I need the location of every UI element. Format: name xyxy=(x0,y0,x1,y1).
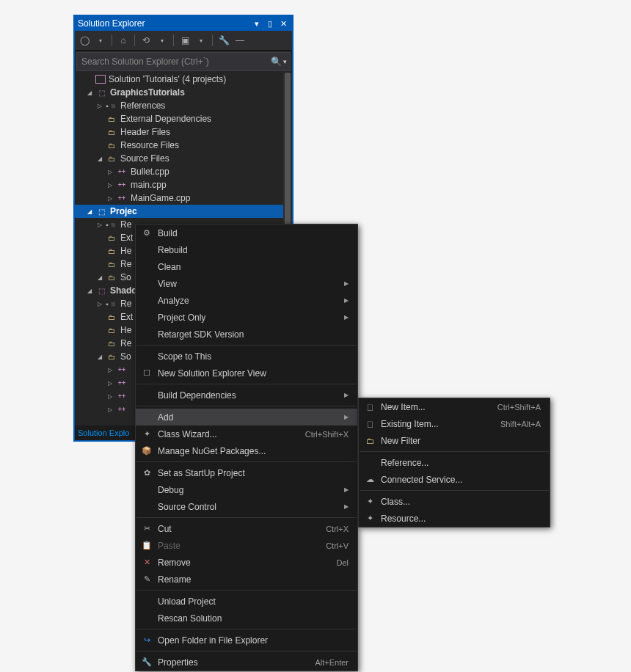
tree-row[interactable]: ◢🗀Source Files xyxy=(75,152,292,165)
menu-unload[interactable]: Unload Project xyxy=(136,593,357,610)
back-dd-icon[interactable]: ▾ xyxy=(94,34,107,47)
open-folder-icon: ↪ xyxy=(136,633,158,648)
menu-build-deps[interactable]: Build Dependencies▶ xyxy=(136,387,357,403)
menu-debug[interactable]: Debug▶ xyxy=(136,481,357,498)
resource-icon: ✦ xyxy=(359,511,381,526)
close-icon[interactable]: ✕ xyxy=(277,18,289,29)
solution-icon xyxy=(95,75,106,84)
panel-title-bar: Solution Explorer ▾ ▯ ✕ xyxy=(75,16,292,31)
menu-rescan[interactable]: Rescan Solution xyxy=(136,610,357,627)
pin-icon[interactable]: ▯ xyxy=(264,18,276,29)
toolbar: ◯ ▾ ⌂ ⟲ ▾ ▣ ▾ 🔧 — xyxy=(75,31,292,51)
tree-row[interactable]: ▷🗀Resource Files xyxy=(75,139,292,152)
menu-project-only[interactable]: Project Only▶ xyxy=(136,309,357,326)
back-icon[interactable]: ◯ xyxy=(78,34,91,47)
menu-retarget[interactable]: Retarget SDK Version xyxy=(136,326,357,343)
preview-icon[interactable]: — xyxy=(233,34,247,47)
menu-open-folder[interactable]: ↪Open Folder in File Explorer xyxy=(136,632,357,649)
properties-icon[interactable]: 🔧 xyxy=(217,34,230,47)
wrench-icon: 🔧 xyxy=(136,655,158,670)
menu-separator xyxy=(136,651,357,651)
submenu-new-item[interactable]: ⎕New Item...Ctrl+Shift+A xyxy=(359,398,550,415)
folder-icon: 🗀 xyxy=(106,113,117,125)
menu-properties[interactable]: 🔧PropertiesAlt+Enter xyxy=(136,654,357,671)
menu-separator xyxy=(136,517,357,518)
references-icon: ▪◾ xyxy=(106,219,117,230)
tree-row-project[interactable]: ◢ ⬚ GraphicsTutorials xyxy=(75,86,292,99)
project-icon: ⬚ xyxy=(95,87,107,98)
menu-new-view[interactable]: ☐New Solution Explorer View xyxy=(136,365,357,381)
menu-separator xyxy=(360,490,549,491)
submenu-arrow-icon: ▶ xyxy=(344,486,349,493)
folder-icon: 🗀 xyxy=(106,258,117,270)
tree-row-project-selected[interactable]: ◢ ⬚ Projec xyxy=(75,205,292,218)
dropdown-icon[interactable]: ▾ xyxy=(251,18,263,29)
search-dd-icon[interactable]: ▾ xyxy=(283,58,287,65)
submenu-existing-item[interactable]: ⎕Existing Item...Shift+Alt+A xyxy=(359,415,550,432)
menu-separator xyxy=(136,345,357,346)
references-icon: ▪◾ xyxy=(106,298,117,310)
tree-label: Projec xyxy=(110,206,137,216)
menu-nuget[interactable]: 📦Manage NuGet Packages... xyxy=(136,442,357,459)
menu-startup[interactable]: ✿Set as StartUp Project xyxy=(136,464,357,481)
tree-row[interactable]: ▷🗀External Dependencies xyxy=(75,112,292,125)
build-icon: ⚙ xyxy=(136,226,158,241)
show-all-dd-icon[interactable]: ▾ xyxy=(194,34,208,47)
tree-row-file[interactable]: ▷++main.cpp xyxy=(75,178,292,191)
folder-icon: 🗀 xyxy=(106,139,117,151)
search-input[interactable] xyxy=(80,56,271,67)
tree-row-file[interactable]: ▷++Bullet.cpp xyxy=(75,165,292,178)
menu-analyze[interactable]: Analyze▶ xyxy=(136,292,357,309)
separator xyxy=(112,34,112,46)
cpp-icon: ++ xyxy=(116,166,128,178)
tree-row-solution[interactable]: ▷ Solution 'Tutorials' (4 projects) xyxy=(75,73,292,86)
submenu-connected-service[interactable]: ☁Connected Service... xyxy=(359,471,550,488)
connected-icon: ☁ xyxy=(359,472,381,487)
sync-dd-icon[interactable]: ▾ xyxy=(156,34,169,47)
submenu-reference[interactable]: Reference... xyxy=(359,454,550,471)
remove-icon: ✕ xyxy=(136,555,158,570)
menu-scope[interactable]: Scope to This xyxy=(136,348,357,365)
project-icon: ⬚ xyxy=(95,285,107,296)
submenu-class[interactable]: ✦Class... xyxy=(359,493,550,510)
menu-cut[interactable]: ✂CutCtrl+X xyxy=(136,520,357,537)
tree-label: Shado xyxy=(110,285,137,296)
submenu-arrow-icon: ▶ xyxy=(344,414,349,420)
cut-icon: ✂ xyxy=(136,522,158,536)
search-box[interactable]: 🔍 ▾ xyxy=(76,52,291,71)
submenu-arrow-icon: ▶ xyxy=(344,280,349,287)
cpp-icon: ++ xyxy=(116,192,128,204)
expand-icon[interactable]: ◢ xyxy=(85,88,94,97)
menu-class-wizard[interactable]: ✦Class Wizard...Ctrl+Shift+X xyxy=(136,426,357,442)
cpp-icon: ++ xyxy=(116,179,128,191)
menu-clean[interactable]: Clean xyxy=(136,258,357,275)
menu-rename[interactable]: ✎Rename xyxy=(136,571,357,588)
tree-row-file[interactable]: ▷++MainGame.cpp xyxy=(75,191,292,205)
show-all-icon[interactable]: ▣ xyxy=(178,34,192,47)
menu-build[interactable]: ⚙Build xyxy=(136,224,357,241)
separator xyxy=(212,34,213,46)
home-icon[interactable]: ⌂ xyxy=(117,34,130,47)
menu-source-control[interactable]: Source Control▶ xyxy=(136,498,357,515)
folder-icon: 🗀 xyxy=(106,232,117,244)
tree-label: GraphicsTutorials xyxy=(110,87,185,98)
menu-view[interactable]: View▶ xyxy=(136,275,357,292)
new-view-icon: ☐ xyxy=(136,366,158,381)
sync-icon[interactable]: ⟲ xyxy=(139,34,153,47)
submenu-new-filter[interactable]: 🗀New Filter xyxy=(359,432,550,449)
new-item-icon: ⎕ xyxy=(359,400,381,414)
tab-solution-explorer[interactable]: Solution Explo xyxy=(78,428,129,437)
wizard-icon: ✦ xyxy=(136,427,158,442)
tree-row[interactable]: ▷▪◾References xyxy=(75,99,292,112)
search-icon[interactable]: 🔍 xyxy=(271,56,282,67)
tree-row[interactable]: ▷🗀Header Files xyxy=(75,125,292,139)
nuget-icon: 📦 xyxy=(136,444,158,459)
submenu-resource[interactable]: ✦Resource... xyxy=(359,510,550,527)
folder-icon: 🗀 xyxy=(106,271,117,283)
project-icon: ⬚ xyxy=(95,205,107,217)
menu-remove[interactable]: ✕RemoveDel xyxy=(136,554,357,571)
menu-rebuild[interactable]: Rebuild xyxy=(136,241,357,258)
submenu-arrow-icon: ▶ xyxy=(344,392,349,398)
menu-add[interactable]: Add▶ xyxy=(136,409,357,426)
folder-icon: 🗀 xyxy=(106,126,117,138)
